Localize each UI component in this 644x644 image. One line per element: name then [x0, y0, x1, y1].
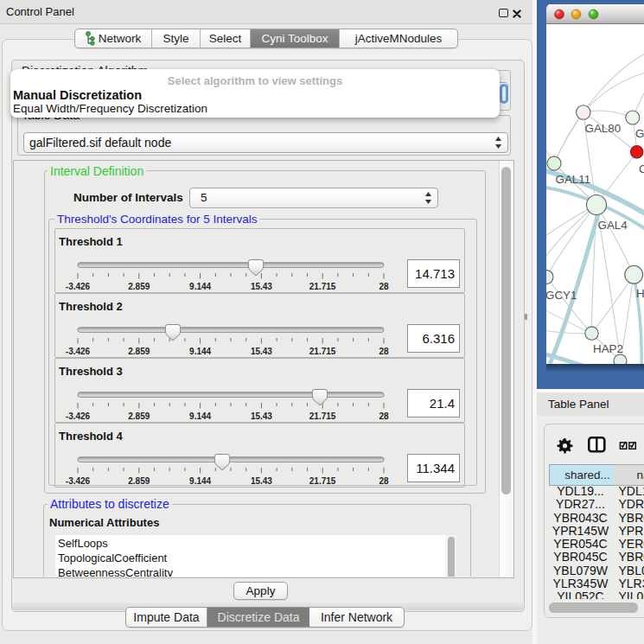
- svg-text:C: C: [639, 163, 644, 175]
- svg-text:H: H: [636, 287, 644, 300]
- svg-text:GAL4: GAL4: [598, 219, 628, 232]
- svg-text:GAL80: GAL80: [585, 122, 622, 135]
- svg-text:HAP2: HAP2: [593, 342, 623, 355]
- svg-text:GA: GA: [635, 127, 644, 140]
- svg-text:GAL11: GAL11: [556, 173, 591, 186]
- svg-text:GCY1: GCY1: [546, 289, 577, 302]
